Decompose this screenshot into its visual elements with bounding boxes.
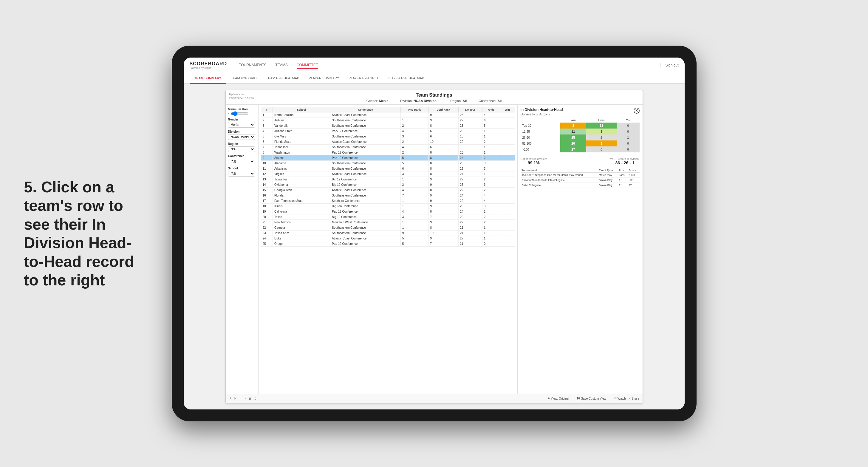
cell-reg-rank: 4: [400, 128, 429, 134]
table-row[interactable]: 6 Florida State Atlantic Coast Conferenc…: [261, 139, 515, 145]
nav-teams[interactable]: TEAMS: [276, 62, 288, 69]
tab-player-summary[interactable]: PLAYER SUMMARY: [304, 73, 344, 84]
forward-button[interactable]: →: [244, 397, 247, 400]
cell-conf-rank: 8: [429, 172, 458, 177]
min-rounds-row: 4: [228, 112, 256, 116]
table-row[interactable]: 21 New Mexico Mountain West Conference 1…: [261, 220, 515, 225]
cell-school: Duke: [273, 236, 330, 241]
cell-win: [500, 113, 515, 118]
division-select[interactable]: NCAA Division I NCAA Division II NCAA Di…: [228, 134, 255, 140]
conference-label: Conference: [228, 154, 256, 158]
copy-button[interactable]: ⊞: [249, 397, 251, 400]
back-button[interactable]: ←: [238, 397, 241, 400]
view-original-button[interactable]: 👁 View: Original: [547, 397, 569, 400]
cell-rank: 10: [261, 161, 273, 166]
opponents-pct-label: Opponents in division:: [521, 157, 547, 160]
history-button[interactable]: ⏱: [254, 397, 257, 400]
cell-no-tour: 26: [458, 128, 482, 134]
tab-player-h2h-grid[interactable]: PLAYER H2H GRID: [344, 73, 382, 84]
h2h-win-cell: 25: [560, 134, 587, 141]
cell-reg-rank: 5: [400, 155, 429, 161]
nav-committee[interactable]: COMMITTEE: [297, 62, 318, 69]
gender-select[interactable]: Men's Women's: [228, 122, 255, 128]
col-rnds: Rnds: [482, 107, 500, 113]
tournament-table: Tournament Event Type Pos Score Jackson …: [521, 168, 640, 188]
region-select[interactable]: N/A All: [228, 147, 255, 152]
h2h-win-cell: 27: [560, 147, 587, 152]
conference-select[interactable]: (All): [228, 159, 255, 164]
cell-rnds: 1: [482, 150, 500, 155]
min-rounds-slider[interactable]: [231, 112, 249, 116]
cell-conference: Pac-12 Conference: [330, 150, 401, 155]
share-label: Share: [631, 397, 640, 400]
cell-rnds: 2: [482, 188, 500, 193]
table-row[interactable]: 1 North Carolina Atlantic Coast Conferen…: [261, 113, 515, 118]
table-row[interactable]: 8 Washington Pac-12 Conference 2 8 23 1: [261, 150, 515, 155]
tab-team-h2h-grid[interactable]: TEAM H2H GRID: [226, 73, 261, 84]
col-rank: #: [261, 107, 273, 113]
close-h2h-button[interactable]: ✕: [633, 108, 640, 114]
table-row[interactable]: 15 Georgia Tech Atlantic Coast Conferenc…: [261, 188, 515, 193]
cell-school: Virginia: [273, 172, 330, 177]
cell-rank: 20: [261, 214, 273, 220]
cell-conf-rank: 6: [429, 145, 458, 150]
table-row[interactable]: 24 Duke Atlantic Coast Conference 5 9 27…: [261, 236, 515, 241]
cell-no-tour: 22: [458, 188, 482, 193]
cell-reg-rank: 1: [400, 204, 429, 209]
cell-win: [500, 128, 515, 134]
tab-team-summary[interactable]: TEAM SUMMARY: [190, 73, 226, 84]
gender-meta: Gender: Men's: [367, 99, 389, 102]
table-row[interactable]: 12 Virginia Atlantic Coast Conference 3 …: [261, 172, 515, 177]
table-row[interactable]: 9 Arizona Pac-12 Conference 5 8 24 2: [261, 155, 515, 161]
table-area: # School Conference Reg Rank Conf Rank N…: [258, 105, 517, 394]
undo-button[interactable]: ↺: [229, 397, 231, 400]
cell-conf-rank: 6: [429, 128, 458, 134]
table-row[interactable]: 25 Oregon Pac-12 Conference 5 7 21 0: [261, 241, 515, 247]
table-row[interactable]: 23 Texas A&M Southeastern Conference 9 1…: [261, 230, 515, 236]
conference-meta: Conference: All: [478, 99, 501, 102]
cell-school: Florida State: [273, 139, 330, 145]
h2h-row: 51-100 20 3 0: [521, 141, 640, 147]
table-row[interactable]: 16 Florida Southeastern Conference 7 9 2…: [261, 193, 515, 198]
table-row[interactable]: 17 East Tennessee State Southern Confere…: [261, 198, 515, 204]
tab-team-h2h-heatmap[interactable]: TEAM H2H HEATMAP: [261, 73, 304, 84]
table-row[interactable]: 4 Arizona State Pac-12 Conference 4 6 26…: [261, 128, 515, 134]
sign-out-button[interactable]: Sign out: [660, 63, 678, 67]
update-info: Update time: 27/03/2024 15:56:26: [229, 92, 254, 100]
share-button[interactable]: ↗ Share: [628, 397, 640, 400]
table-row[interactable]: 11 Arkansas Southeastern Conference 6 8 …: [261, 166, 515, 172]
cell-conference: Southeastern Conference: [330, 230, 401, 236]
school-select[interactable]: (All): [228, 171, 255, 177]
cell-no-tour: 23: [458, 204, 482, 209]
redo-button[interactable]: ↻: [234, 397, 236, 400]
cell-rank: 3: [261, 123, 273, 128]
table-row[interactable]: 3 Vanderbilt Southeastern Conference 2 8…: [261, 123, 515, 128]
cell-no-tour: 27: [458, 236, 482, 241]
table-row[interactable]: 14 Oklahoma Big 12 Conference 2 9 26 3: [261, 182, 515, 188]
table-row[interactable]: 22 Georgia Southeastern Conference 1 8 2…: [261, 225, 515, 230]
nav-tournaments[interactable]: TOURNAMENTS: [239, 62, 266, 69]
cell-win: [500, 209, 515, 214]
cell-no-tour: 24: [458, 155, 482, 161]
tour-pos: Loss: [618, 173, 627, 178]
table-row[interactable]: 18 Illinois Big Ten Conference 1 9 23 3: [261, 204, 515, 209]
cell-school: Texas: [273, 214, 330, 220]
min-rounds-label: Minimum Rou...: [228, 108, 256, 111]
app-window: Update time: 27/03/2024 15:56:26 Team St…: [225, 90, 643, 403]
watch-button[interactable]: 👁 Watch: [614, 397, 626, 400]
table-row[interactable]: 7 Tennessee Southeastern Conference 4 6 …: [261, 145, 515, 150]
table-row[interactable]: 5 Ole Miss Southeastern Conference 3 6 1…: [261, 134, 515, 139]
cell-reg-rank: 1: [400, 220, 429, 225]
cell-no-tour: 26: [458, 182, 482, 188]
cell-rnds: 3: [482, 166, 500, 172]
table-row[interactable]: 19 California Pac-12 Conference 4 8 24 2: [261, 209, 515, 214]
table-row[interactable]: 20 Texas Big 12 Conference 3 7 20 2: [261, 214, 515, 220]
cell-no-tour: 23: [458, 150, 482, 155]
table-row[interactable]: 2 Auburn Southeastern Conference 1 9 27 …: [261, 118, 515, 123]
cell-school: Georgia Tech: [273, 188, 330, 193]
cell-rnds: 2: [482, 139, 500, 145]
tab-player-h2h-heatmap[interactable]: PLAYER H2H HEATMAP: [382, 73, 429, 84]
table-row[interactable]: 13 Texas Tech Big 12 Conference 1 9 27 2: [261, 177, 515, 182]
save-custom-button[interactable]: 💾 Save Custom View: [577, 397, 606, 400]
table-row[interactable]: 10 Alabama Southeastern Conference 5 8 2…: [261, 161, 515, 166]
